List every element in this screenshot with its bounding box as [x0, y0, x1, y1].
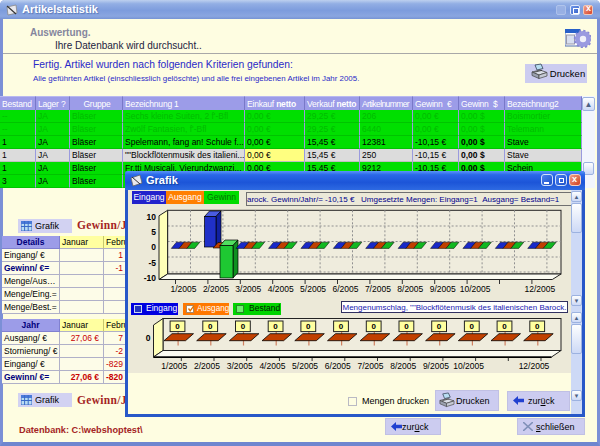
svg-text:0: 0	[146, 333, 151, 343]
svg-text:0: 0	[241, 322, 246, 331]
svg-text:0: 0	[535, 322, 540, 331]
svg-text:3/2005: 3/2005	[227, 361, 253, 371]
svg-text:0: 0	[208, 322, 213, 331]
svg-text:5: 5	[151, 227, 156, 237]
svg-text:8/2005: 8/2005	[397, 284, 423, 294]
svg-text:2/2005: 2/2005	[203, 284, 229, 294]
svg-text:12/2005: 12/2005	[525, 284, 556, 294]
svg-text:-5: -5	[148, 258, 156, 268]
svg-text:10/2005: 10/2005	[453, 361, 484, 371]
svg-text:0: 0	[502, 322, 507, 331]
svg-text:1/2005: 1/2005	[171, 284, 197, 294]
svg-text:0: 0	[175, 322, 180, 331]
svg-text:5/2005: 5/2005	[292, 361, 318, 371]
svg-text:0: 0	[339, 322, 344, 331]
svg-text:0: 0	[404, 322, 409, 331]
svg-text:7/2005: 7/2005	[358, 361, 384, 371]
svg-text:4/2005: 4/2005	[268, 284, 294, 294]
svg-text:3/2005: 3/2005	[235, 284, 261, 294]
svg-text:0: 0	[151, 242, 156, 252]
svg-text:1/2005: 1/2005	[161, 361, 187, 371]
svg-text:0: 0	[470, 322, 475, 331]
svg-text:9/2005: 9/2005	[430, 284, 456, 294]
svg-text:5/2005: 5/2005	[300, 284, 326, 294]
svg-text:0: 0	[371, 322, 376, 331]
svg-text:10: 10	[147, 212, 157, 222]
svg-text:10/2005: 10/2005	[460, 284, 491, 294]
svg-text:12/2005: 12/2005	[519, 361, 550, 371]
svg-text:6/2005: 6/2005	[333, 284, 359, 294]
svg-text:2/2005: 2/2005	[194, 361, 220, 371]
svg-text:9/2005: 9/2005	[423, 361, 449, 371]
svg-text:-10: -10	[144, 273, 157, 283]
svg-text:6/2005: 6/2005	[325, 361, 351, 371]
svg-text:4/2005: 4/2005	[259, 361, 285, 371]
svg-text:8/2005: 8/2005	[390, 361, 416, 371]
svg-text:0: 0	[306, 322, 311, 331]
svg-text:0: 0	[437, 322, 442, 331]
svg-text:7/2005: 7/2005	[365, 284, 391, 294]
svg-text:0: 0	[273, 322, 278, 331]
